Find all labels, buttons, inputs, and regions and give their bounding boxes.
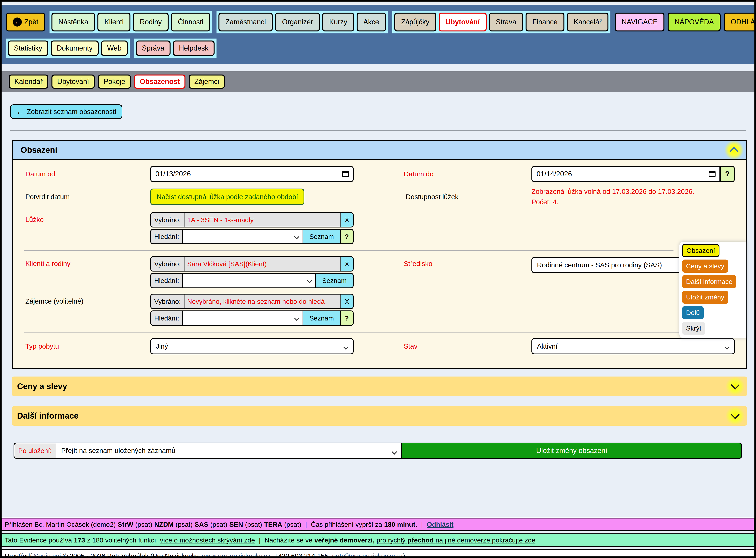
datum-do-value: 01/14/2026	[537, 170, 572, 178]
section-ceny-a-slevy-title: Ceny a slevy	[17, 382, 67, 391]
nav-back-button[interactable]: ← Zpět	[6, 12, 45, 31]
form-row-klienti: Klienti a rodiny Vybráno: Sára Vlčková […	[13, 256, 746, 288]
zajemce-help-button[interactable]: ?	[340, 311, 353, 325]
back-arrow-icon: ←	[16, 108, 24, 116]
load-available-beds-button[interactable]: Načíst dostupná lůžka podle zadaného obd…	[150, 188, 304, 205]
vybrano-label: Vybráno:	[151, 213, 185, 227]
stav-select[interactable]: Aktivní	[532, 338, 735, 354]
section-dalsi-informace[interactable]: Další informace	[12, 406, 747, 426]
subnav-item-kalendar[interactable]: Kalendář	[9, 75, 48, 89]
nav-item-web[interactable]: Web	[101, 41, 128, 56]
hledani-label: Hledání:	[151, 274, 183, 287]
email-link[interactable]: petr@pro-neziskovky.cz	[332, 552, 403, 558]
save-occupancy-button[interactable]: Uložit změny obsazení	[402, 442, 742, 459]
chevron-up-icon	[729, 147, 738, 156]
quickmenu-dolu-button[interactable]: Dolů	[682, 306, 704, 319]
nav-napoveda-button[interactable]: NÁPOVĚDA	[668, 12, 721, 31]
nav-navigace-button[interactable]: NAVIGACE	[615, 12, 665, 31]
nav-item-sprava[interactable]: Správa	[136, 41, 170, 56]
quickmenu-ulozit-zmeny-button[interactable]: Uložit změny	[682, 290, 728, 304]
nav-item-organizer[interactable]: Organizér	[275, 12, 320, 31]
back-arrow-icon: ←	[13, 18, 22, 27]
subnav-item-ubytovani[interactable]: Ubytování	[52, 75, 95, 89]
zajemce-clear-button[interactable]: X	[341, 295, 353, 308]
quickmenu-obsazeni-button[interactable]: Obsazení	[682, 244, 720, 257]
nav-item-strava[interactable]: Strava	[489, 12, 523, 31]
form-row-luzko: Lůžko Vybráno: 1A - 3SEN - 1-s-madly X H…	[13, 212, 746, 244]
nav-group-reports: Statistiky Dokumenty Web	[6, 39, 130, 58]
hide-options-link[interactable]: více o možnostech skrývání zde	[160, 536, 255, 544]
expand-section-button[interactable]	[726, 377, 745, 396]
availability-text: Zobrazená lůžka volná od 17.03.2026 do 1…	[532, 186, 735, 207]
nav-item-kancelar[interactable]: Kancelář	[567, 12, 609, 31]
nav-item-akce[interactable]: Akce	[357, 12, 386, 31]
collapse-section-button[interactable]	[725, 141, 744, 159]
login-status-bar: Přihlášen Bc. Martin Ocásek (demo2) StrW…	[2, 518, 754, 531]
nav-item-rodiny[interactable]: Rodiny	[133, 12, 168, 31]
zajemce-search-select[interactable]	[183, 311, 302, 325]
subnav-item-pokoje[interactable]: Pokoje	[98, 75, 131, 89]
typ-pobytu-select[interactable]: Jiný	[150, 338, 354, 354]
top-navigation-row-2: Statistiky Dokumenty Web Správa Helpdesk	[6, 39, 749, 58]
nav-group-clients: Nástěnka Klienti Rodiny Činnosti	[50, 10, 212, 33]
stredisko-value: Rodinné centrum - SAS pro rodiny (SAS)	[537, 261, 662, 269]
nav-item-dokumenty[interactable]: Dokumenty	[51, 41, 99, 56]
after-save-value: Přejít na seznam uložených záznamů	[61, 447, 176, 455]
datum-do-input[interactable]: 01/14/2026	[532, 166, 720, 182]
nav-odhlasit-button[interactable]: ODHLÁSIT	[724, 12, 756, 31]
login-text: Přihlášen Bc. Martin Ocásek (demo2)	[5, 521, 116, 528]
datum-od-label: Datum od	[13, 170, 150, 178]
datum-do-help-button[interactable]: ?	[720, 166, 735, 182]
klienti-search-select[interactable]	[183, 274, 315, 287]
subnav-item-obsazenost-active[interactable]: Obsazenost	[134, 75, 186, 89]
typ-pobytu-label: Typ pobytu	[13, 342, 150, 350]
show-occupancy-list-button[interactable]: ← Zobrazit seznam obsazeností	[10, 104, 123, 119]
show-occupancy-list-label: Zobrazit seznam obsazeností	[27, 108, 116, 116]
expand-section-button[interactable]	[726, 406, 745, 425]
nav-item-cinnosti[interactable]: Činnosti	[171, 12, 210, 31]
divider	[24, 332, 717, 333]
section-ceny-a-slevy[interactable]: Ceny a slevy	[12, 377, 747, 396]
nav-item-ubytovani-active[interactable]: Ubytování	[439, 12, 487, 31]
quickmenu-skryt-button[interactable]: Skrýt	[682, 322, 705, 335]
nav-item-zapujcky[interactable]: Zápůjčky	[394, 12, 436, 31]
luzko-help-button[interactable]: ?	[340, 230, 353, 244]
quickmenu-ceny-a-slevy-button[interactable]: Ceny a slevy	[682, 259, 728, 273]
website-link[interactable]: www.pro-neziskovky.cz	[202, 552, 271, 558]
subnav-item-zajemci[interactable]: Zájemci	[189, 75, 225, 89]
typ-pobytu-value: Jiný	[156, 342, 168, 350]
odhlasit-link[interactable]: Odhlásit	[427, 521, 454, 528]
obsazeni-form-section: Obsazení Datum od 01/13/2026 Datum do	[12, 140, 747, 369]
calendar-icon	[342, 171, 349, 177]
klienti-clear-button[interactable]: X	[341, 257, 353, 271]
nav-item-klienti[interactable]: Klienti	[98, 12, 131, 31]
luzko-search-select[interactable]	[183, 230, 302, 244]
demo-switch-link[interactable]: pro rychlý přechod na jiné demoverze pok…	[376, 536, 535, 544]
nav-item-zamestnanci[interactable]: Zaměstnanci	[218, 12, 273, 31]
luzko-seznam-button[interactable]: Seznam	[302, 230, 340, 244]
nav-item-finance[interactable]: Finance	[525, 12, 564, 31]
nav-item-kurzy[interactable]: Kurzy	[322, 12, 354, 31]
luzko-clear-button[interactable]: X	[341, 213, 353, 227]
datum-od-input[interactable]: 01/13/2026	[150, 166, 354, 182]
chevron-down-icon	[724, 345, 730, 350]
form-row-zajemce: Zájemce (volitelné) Vybráno: Nevybráno, …	[13, 294, 746, 326]
klienti-seznam-button[interactable]: Seznam	[315, 274, 353, 287]
role-badge: NZDM	[154, 521, 173, 528]
sonic-link[interactable]: Sonic.cgi	[34, 552, 61, 558]
quick-jump-menu: Obsazení Ceny a slevy Další informace Ul…	[679, 242, 746, 338]
divider	[10, 130, 746, 131]
nav-item-nastenka[interactable]: Nástěnka	[52, 12, 95, 31]
luzko-label: Lůžko	[13, 212, 150, 224]
hledani-label: Hledání:	[151, 311, 183, 325]
after-save-select[interactable]: Přejít na seznam uložených záznamů	[56, 442, 402, 459]
chevron-down-icon	[731, 381, 739, 389]
klienti-search-combo: Hledání: Seznam	[150, 273, 354, 288]
nav-item-helpdesk[interactable]: Helpdesk	[173, 41, 215, 56]
quickmenu-dalsi-informace-button[interactable]: Další informace	[682, 275, 736, 288]
top-navigation: ← Zpět Nástěnka Klienti Rodiny Činnosti …	[2, 5, 754, 64]
nav-item-statistiky[interactable]: Statistiky	[8, 41, 48, 56]
zajemce-seznam-button[interactable]: Seznam	[302, 311, 340, 325]
klienti-label: Klienti a rodiny	[13, 256, 150, 268]
nav-group-admin: Správa Helpdesk	[134, 39, 216, 58]
